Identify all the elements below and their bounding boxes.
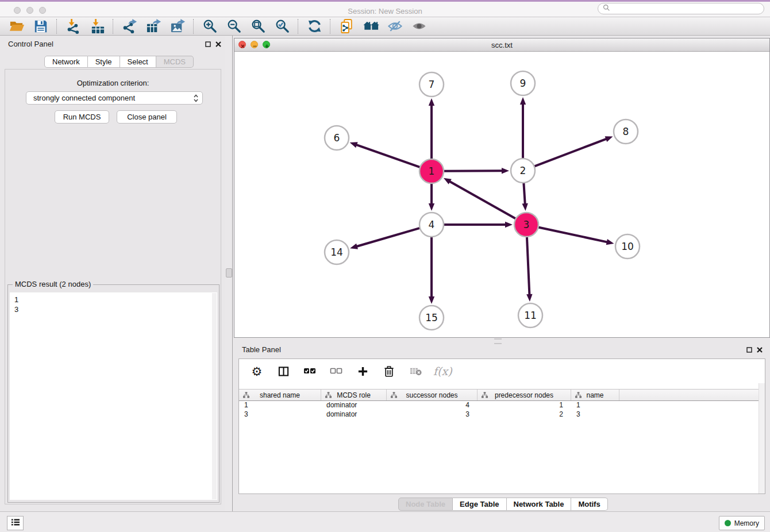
float-table-panel-icon[interactable] [745,345,754,354]
graph-edge-3-11[interactable] [526,237,532,302]
graph-edge-4-14[interactable] [350,228,420,249]
zoom-out-icon[interactable] [222,18,246,35]
eye-hide-icon[interactable] [383,18,407,35]
status-bar: Memory [0,511,770,532]
memory-label: Memory [734,519,759,527]
tab-style[interactable]: Style [88,56,120,68]
zoom-fit-icon[interactable] [246,18,270,35]
table-row-2[interactable]: 3dominator323 [239,410,759,419]
panel-splitter[interactable] [225,36,233,511]
table-toolbar: ⚙f(x) [239,359,765,383]
column-header-name[interactable]: name [571,390,619,400]
add-icon[interactable] [352,363,374,380]
select-all-icon[interactable] [299,363,321,380]
tab-motifs[interactable]: Motifs [571,498,607,511]
column-header-shared-name[interactable]: shared name [239,390,321,400]
network-window-titlebar[interactable]: scc.txt [234,38,769,52]
graph-node-15[interactable]: 15 [419,306,444,330]
close-panel-icon[interactable] [214,40,223,49]
table-scrollbar[interactable] [759,383,765,494]
mcds-tab-content: Optimization criterion: strongly connect… [5,69,221,504]
tab-mcds[interactable]: MCDS [156,56,194,68]
eye-show-icon[interactable] [407,18,431,35]
result-scrollbar[interactable] [212,293,217,499]
graph-edge-4-15[interactable] [429,237,434,304]
close-table-panel-icon[interactable] [755,345,764,354]
column-label: MCDS role [337,391,371,399]
graph-edge-1-6[interactable] [350,142,421,167]
svg-text:14: 14 [330,246,343,258]
search-box[interactable] [598,3,764,14]
import-network-icon[interactable] [61,18,85,35]
zoom-selected-icon[interactable] [270,18,294,35]
mcds-result-group: MCDS result (2 nodes) 1 3 [7,284,220,503]
graph-node-2[interactable]: 2 [511,159,535,183]
refresh-icon[interactable] [302,18,326,35]
control-panel-header: Control Panel [0,38,225,52]
cell-successor-nodes: 3 [387,410,478,419]
graph-edge-3-10[interactable] [538,227,614,245]
gear-icon[interactable]: ⚙ [246,363,268,380]
splitter-grip[interactable] [226,268,232,277]
memory-button[interactable]: Memory [719,516,765,530]
search-input[interactable] [613,4,764,13]
graph-node-1[interactable]: 1 [419,159,444,183]
graph-node-4[interactable]: 4 [419,213,444,237]
graph-node-7[interactable]: 7 [419,72,444,97]
tab-network-table[interactable]: Network Table [507,498,572,511]
split-columns-icon[interactable] [272,363,294,380]
svg-text:6: 6 [334,132,340,144]
import-table-icon[interactable] [85,18,109,35]
tree-icon [482,392,488,400]
run-mcds-button[interactable]: Run MCDS [55,110,109,124]
optimization-dropdown[interactable]: strongly connected component [26,91,203,105]
graph-edge-2-9[interactable] [520,97,526,159]
open-folder-icon[interactable] [5,18,29,35]
task-history-button[interactable] [7,516,24,530]
graph-node-6[interactable]: 6 [325,126,349,150]
graph-edge-3-1[interactable] [444,178,516,219]
home-houses-icon[interactable] [359,18,383,35]
float-panel-icon[interactable] [203,40,213,49]
tab-select[interactable]: Select [120,56,156,68]
column-label: predecessor nodes [495,391,553,399]
export-table-icon[interactable] [141,18,165,35]
table-panel-header: Table Panel [234,343,770,357]
close-panel-button[interactable]: Close panel [117,110,177,124]
graph-edge-2-3[interactable] [522,183,528,211]
tab-network[interactable]: Network [44,56,88,68]
trash-icon[interactable] [378,363,400,380]
tab-edge-table[interactable]: Edge Table [453,498,506,511]
column-header-mcds-role[interactable]: MCDS role [321,390,387,400]
duplicate-network-icon[interactable] [334,18,359,35]
graph-edge-1-7[interactable] [429,98,434,159]
export-image-icon[interactable] [165,18,190,35]
column-header-successor-nodes[interactable]: successor nodes [387,390,478,400]
graph-node-10[interactable]: 10 [615,234,640,259]
graph-edge-1-2[interactable] [444,168,509,174]
toolbar-separator [298,19,299,34]
graph-node-9[interactable]: 9 [511,71,535,95]
mcds-result-text[interactable]: 1 3 [10,292,217,500]
table-row-1[interactable]: 1dominator411 [239,400,759,410]
toolbar-separator [56,19,57,34]
graph-edge-4-3[interactable] [444,222,513,228]
graph-node-11[interactable]: 11 [518,303,542,327]
tab-node-table[interactable]: Node Table [398,498,453,511]
graph-node-3[interactable]: 3 [514,213,538,237]
toolbar-separator [113,19,114,34]
toolbar-separator [193,19,194,34]
fx-icon: f(x) [431,363,455,380]
zoom-in-icon[interactable] [198,18,222,35]
delete-table-icon [405,363,426,380]
graph-node-14[interactable]: 14 [325,240,349,264]
graph-edge-2-8[interactable] [534,136,613,166]
deselect-all-icon[interactable] [325,363,347,380]
graph-edge-1-4[interactable] [429,183,434,211]
column-header-predecessor-nodes[interactable]: predecessor nodes [478,390,571,400]
save-icon[interactable] [29,18,53,35]
network-canvas[interactable]: 1234678910111415 [234,51,769,337]
export-network-icon[interactable] [117,18,141,35]
main-toolbar [0,17,770,36]
graph-node-8[interactable]: 8 [614,119,638,144]
